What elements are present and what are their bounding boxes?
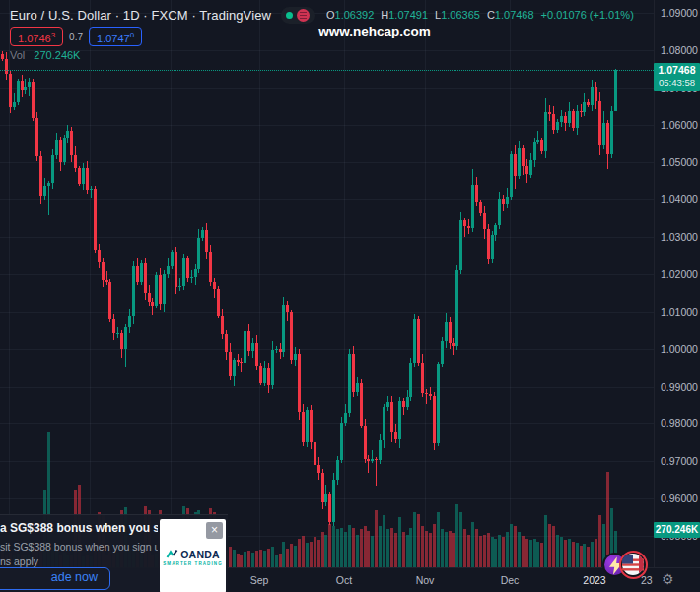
bar-countdown: 05:43:58 bbox=[654, 77, 700, 89]
candle bbox=[564, 116, 567, 123]
sell-bid-button[interactable]: 1.07463 bbox=[10, 27, 63, 47]
trade-now-button[interactable]: ade now bbox=[0, 567, 110, 590]
volume-bar bbox=[317, 540, 320, 567]
candle bbox=[163, 274, 166, 304]
volume-bar bbox=[471, 522, 474, 567]
candle bbox=[536, 140, 539, 142]
volume-bar bbox=[336, 529, 339, 567]
volume-bar bbox=[441, 529, 444, 567]
market-status-pill[interactable] bbox=[281, 7, 315, 24]
market-open-dot-icon bbox=[286, 12, 293, 19]
candle bbox=[286, 305, 289, 312]
volume-bar bbox=[421, 526, 424, 567]
candle bbox=[314, 442, 316, 465]
candle bbox=[386, 402, 389, 408]
candle bbox=[556, 122, 559, 131]
close-icon[interactable]: × bbox=[206, 522, 223, 539]
volume-bar bbox=[514, 526, 517, 567]
price-tick-label: 1.08000 bbox=[661, 44, 698, 56]
candle bbox=[197, 238, 200, 269]
candle bbox=[602, 123, 605, 145]
volume-bar bbox=[583, 544, 586, 567]
candle bbox=[598, 101, 601, 145]
candle bbox=[441, 341, 444, 364]
candle bbox=[406, 397, 409, 407]
buy-ask-button[interactable]: 1.07470 bbox=[89, 27, 142, 47]
candle bbox=[449, 322, 452, 343]
candle bbox=[78, 168, 81, 184]
candle-wick bbox=[91, 186, 92, 199]
candle bbox=[398, 401, 401, 439]
time-tick-label: Oct bbox=[336, 574, 352, 586]
candle bbox=[112, 319, 115, 333]
chart-plot-area[interactable] bbox=[0, 0, 654, 567]
gridline-horizontal bbox=[0, 274, 654, 275]
volume-bar bbox=[352, 528, 355, 567]
volume-bar bbox=[244, 552, 246, 567]
candle bbox=[159, 275, 162, 305]
candle bbox=[186, 258, 189, 279]
volume-bar bbox=[356, 535, 359, 567]
promo-headline: a SG$388 bonus when you sign up. bbox=[0, 521, 158, 535]
candle bbox=[13, 102, 16, 107]
gridline-horizontal bbox=[0, 312, 654, 313]
candle bbox=[28, 82, 31, 87]
gridline-vertical bbox=[344, 0, 345, 567]
volume-bar bbox=[298, 539, 301, 567]
volume-bar bbox=[310, 542, 313, 567]
candle bbox=[491, 235, 494, 259]
candle bbox=[229, 352, 232, 376]
volume-bar bbox=[271, 547, 274, 567]
last-price-line bbox=[0, 70, 654, 71]
candle bbox=[437, 364, 440, 443]
candle bbox=[367, 459, 370, 461]
advertiser-logo-card[interactable]: × OANDA SMARTER TRADING bbox=[160, 519, 226, 592]
symbol-title[interactable]: Euro / U.S. Dollar · 1D · FXCM · Trading… bbox=[10, 8, 271, 23]
volume-bar bbox=[375, 510, 378, 567]
volume-bar bbox=[463, 529, 466, 567]
candle bbox=[479, 202, 482, 213]
volume-indicator-label[interactable]: Vol bbox=[10, 49, 25, 61]
volume-bar bbox=[409, 528, 412, 567]
candle bbox=[413, 319, 416, 363]
volume-bar bbox=[552, 526, 555, 567]
price-tick-label: 1.04000 bbox=[661, 193, 698, 205]
volume-bar bbox=[360, 529, 363, 567]
instrument-flag-badge[interactable] bbox=[619, 551, 648, 579]
volume-bar bbox=[595, 539, 597, 567]
candle bbox=[394, 432, 397, 439]
candle bbox=[1, 54, 4, 59]
volume-bar bbox=[425, 531, 428, 567]
candle bbox=[39, 156, 42, 197]
candle bbox=[244, 331, 246, 364]
volume-bar bbox=[445, 532, 448, 567]
candle bbox=[514, 154, 517, 176]
price-tick-label: 1.01000 bbox=[661, 306, 698, 318]
candle bbox=[17, 81, 20, 102]
candle bbox=[475, 185, 478, 202]
candle bbox=[151, 302, 154, 307]
candle-wick bbox=[426, 389, 427, 404]
candle bbox=[43, 186, 46, 196]
candle bbox=[171, 252, 174, 266]
open-value: 1.06392 bbox=[335, 9, 375, 21]
volume-bar bbox=[386, 529, 389, 567]
gear-icon[interactable]: ⚙ bbox=[662, 571, 674, 587]
volume-bar bbox=[564, 540, 567, 567]
candle bbox=[94, 189, 97, 250]
promo-terms: ns apply bbox=[0, 555, 158, 567]
candle bbox=[167, 266, 170, 274]
candle bbox=[544, 112, 547, 151]
candle bbox=[66, 131, 69, 137]
time-tick-label: Nov bbox=[416, 574, 435, 586]
candle bbox=[86, 168, 89, 189]
volume-bar bbox=[379, 526, 382, 567]
candle bbox=[371, 459, 374, 461]
volume-bar bbox=[518, 532, 521, 567]
high-value: 1.07491 bbox=[388, 9, 428, 21]
candle bbox=[429, 394, 432, 397]
volume-bar bbox=[487, 533, 490, 567]
candle bbox=[610, 111, 613, 155]
volume-bar bbox=[452, 533, 455, 567]
candle bbox=[32, 82, 35, 119]
